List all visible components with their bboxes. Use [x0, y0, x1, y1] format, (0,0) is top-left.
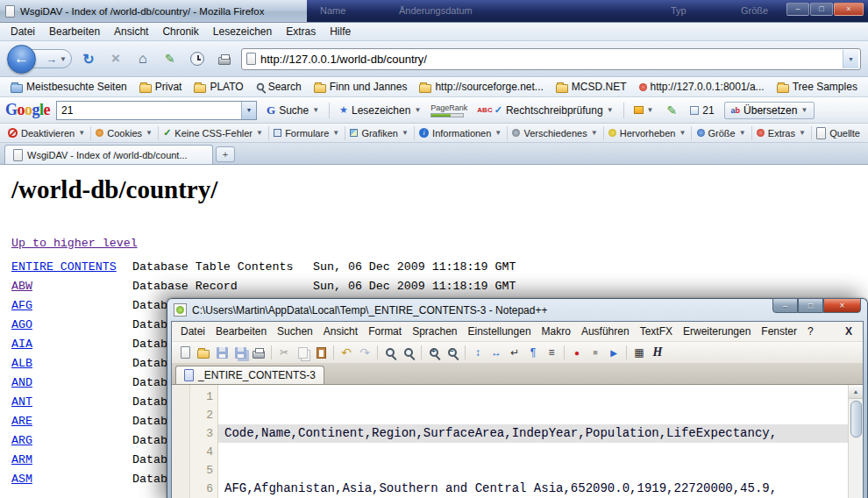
npp-menu-erweiterungen[interactable]: Erweiterungen: [678, 324, 756, 339]
google-search-input[interactable]: [57, 102, 241, 119]
editor-line[interactable]: AFG,Afghanistan,Asia,Southern and Centra…: [218, 480, 848, 498]
menu-ansicht[interactable]: Ansicht: [107, 24, 155, 39]
listing-link-and[interactable]: AND: [11, 376, 32, 389]
history-clock-button[interactable]: [187, 47, 208, 70]
npp-menu-bearbeiten[interactable]: Bearbeiten: [210, 324, 272, 339]
paste-button[interactable]: [312, 344, 330, 361]
vertical-scrollbar[interactable]: ▲: [848, 385, 863, 498]
npp-menu-einstellungen[interactable]: Einstellungen: [463, 324, 537, 339]
save-all-button[interactable]: [231, 344, 249, 361]
bookmark-most-visited[interactable]: Meistbesuchte Seiten: [5, 80, 132, 94]
redo-button[interactable]: ↷: [356, 344, 374, 361]
spellcheck-button[interactable]: ABC✓Rechtschreibprüfung▼: [473, 103, 616, 118]
listing-link-ago[interactable]: AGO: [11, 318, 32, 331]
url-input[interactable]: [260, 53, 838, 66]
menu-bearbeiten[interactable]: Bearbeiten: [42, 24, 107, 39]
listing-link-afg[interactable]: AFG: [11, 299, 32, 312]
listing-link-abw[interactable]: ABW: [11, 280, 32, 293]
google-bookmarks-button[interactable]: ★Lesezeichen▼: [336, 103, 424, 118]
up-to-higher-level-link[interactable]: Up to higher level: [11, 237, 138, 250]
counter-badge[interactable]: 21: [687, 103, 717, 118]
npp-close-document-button[interactable]: X: [838, 325, 859, 338]
copy-button[interactable]: [294, 344, 311, 361]
bookmark-tree-samples[interactable]: Tree Samples: [772, 80, 863, 94]
notepad-titlebar[interactable]: C:\Users\Martin\AppData\Local\Temp\_ENTI…: [171, 299, 864, 321]
google-search-button[interactable]: GSuche▼: [263, 102, 323, 119]
back-button[interactable]: ←: [7, 45, 36, 74]
npp-menu-datei[interactable]: Datei: [175, 324, 210, 339]
close-button[interactable]: ×: [823, 298, 861, 313]
bookmark-localhost-8001[interactable]: http://127.0.0.1:8001/a...: [634, 80, 770, 94]
listing-link-are[interactable]: ARE: [11, 415, 32, 428]
webdev-view-source[interactable]: Quellte: [812, 126, 864, 140]
listing-link-arg[interactable]: ARG: [11, 434, 32, 447]
scrollbar-thumb[interactable]: [850, 401, 862, 438]
menu-datei[interactable]: Datei: [4, 24, 42, 39]
maximize-button[interactable]: □: [810, 3, 833, 16]
webdev-disable[interactable]: Deaktivieren▼: [4, 127, 89, 139]
webdev-cookies[interactable]: Cookies▼: [91, 127, 157, 139]
minimize-button[interactable]: –: [772, 298, 798, 313]
send-to-button[interactable]: ▼: [630, 104, 658, 116]
word-wrap-button[interactable]: ↵: [506, 344, 523, 361]
search-history-dropdown[interactable]: ▼: [241, 102, 256, 119]
listing-link-asm[interactable]: ASM: [11, 473, 32, 486]
webdev-miscellaneous[interactable]: Verschiedenes▼: [508, 127, 601, 139]
home-button[interactable]: ⌂: [132, 47, 153, 70]
textfx-button[interactable]: H: [649, 344, 666, 361]
zoom-out-button[interactable]: [444, 344, 461, 361]
webdev-resize[interactable]: Größe▼: [693, 127, 751, 139]
play-macro-button[interactable]: ▶: [605, 344, 623, 361]
bookmark-mcsd[interactable]: MCSD.NET: [551, 80, 632, 94]
print-button[interactable]: [214, 47, 235, 70]
sync-horizontal-button[interactable]: ↔: [487, 344, 505, 361]
forward-button[interactable]: → ▼: [31, 49, 72, 68]
show-all-chars-button[interactable]: ¶: [524, 344, 542, 361]
history-dropdown-icon[interactable]: ▼: [60, 55, 67, 63]
npp-menu-ausfuehren[interactable]: Ausführen: [576, 324, 635, 339]
tab-wsgidav[interactable]: WsgiDAV - Index of /world-db/count...: [4, 145, 213, 164]
listing-link-alb[interactable]: ALB: [11, 357, 32, 370]
maximize-button[interactable]: □: [798, 298, 823, 313]
replace-button[interactable]: [400, 344, 417, 361]
print-button[interactable]: [250, 344, 267, 361]
undo-button[interactable]: ↶: [338, 344, 355, 361]
bookmark-plato[interactable]: PLATO: [189, 80, 248, 94]
pagerank-widget[interactable]: PageRank: [430, 103, 467, 117]
indent-guide-button[interactable]: ≡: [543, 344, 560, 361]
reload-button[interactable]: ↻: [78, 47, 99, 70]
highlighter-button[interactable]: ✎: [663, 102, 680, 119]
close-button[interactable]: ×: [834, 3, 864, 16]
webdev-information[interactable]: iInformationen▼: [415, 127, 506, 139]
stop-macro-button[interactable]: ■: [587, 344, 604, 361]
record-macro-button[interactable]: ●: [568, 344, 586, 361]
listing-link-ant[interactable]: ANT: [11, 395, 32, 409]
cut-button[interactable]: ✂: [275, 344, 293, 361]
bookmark-privat[interactable]: Privat: [134, 80, 188, 94]
menu-hilfe[interactable]: Hilfe: [323, 24, 358, 39]
npp-menu-suchen[interactable]: Suchen: [272, 324, 318, 339]
npp-menu-ansicht[interactable]: Ansicht: [318, 324, 363, 339]
zoom-in-button[interactable]: [425, 344, 443, 361]
menu-lesezeichen[interactable]: Lesezeichen: [206, 24, 279, 39]
open-file-button[interactable]: [195, 344, 212, 361]
menu-chronik[interactable]: Chronik: [155, 24, 205, 39]
scroll-up-arrow[interactable]: ▲: [849, 385, 863, 399]
npp-menu-sprachen[interactable]: Sprachen: [407, 324, 462, 339]
webdev-css[interactable]: ✓Keine CSS-Fehler▼: [159, 126, 267, 139]
edit-page-button[interactable]: ✎: [160, 47, 181, 70]
save-button[interactable]: [213, 344, 231, 361]
webdev-tools[interactable]: Extras▼: [752, 127, 810, 139]
listing-link-aia[interactable]: AIA: [11, 338, 32, 351]
webdev-forms[interactable]: Formulare▼: [269, 127, 344, 139]
editor-area[interactable]: 1 2 3 4 5 6 Code,Name,Continent,Region,S…: [172, 384, 863, 498]
listing-link-entire-contents[interactable]: ENTIRE CONTENTS: [11, 260, 117, 274]
bookmark-sourceforge[interactable]: http://sourceforge.net...: [414, 80, 548, 94]
translate-button[interactable]: abÜbersetzen▼: [724, 102, 815, 119]
npp-menu-textfx[interactable]: TextFX: [635, 324, 678, 339]
minimize-button[interactable]: –: [786, 3, 809, 16]
npp-menu-format[interactable]: Format: [363, 324, 407, 339]
stop-button[interactable]: ×: [105, 47, 126, 70]
find-button[interactable]: [381, 344, 399, 361]
webdev-outline[interactable]: Hervorheben▼: [604, 127, 691, 139]
